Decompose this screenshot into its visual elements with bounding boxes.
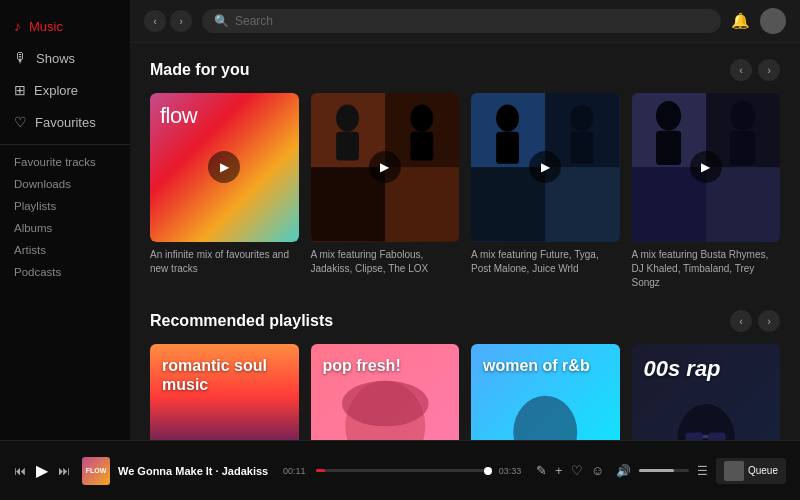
- player-controls: ⏮ ▶ ⏭: [14, 461, 70, 480]
- recommended-playlists-cards: romantic soul music pop fresh!: [150, 344, 780, 441]
- player-actions: ✎ + ♡ ☺: [536, 463, 604, 478]
- forward-button[interactable]: ›: [170, 10, 192, 32]
- recommended-playlists-title: Recommended playlists: [150, 312, 333, 330]
- sidebar-item-explore[interactable]: ⊞ Explore: [0, 74, 130, 106]
- playlist-00s-rap[interactable]: 00s rap: [632, 344, 781, 441]
- player-progress-area: 00:11 03:33: [280, 466, 524, 476]
- pl-00s-rap-label: 00s rap: [644, 356, 721, 382]
- flow-play-button[interactable]: ▶: [208, 151, 240, 183]
- search-input[interactable]: [235, 14, 709, 28]
- volume-fill: [639, 469, 674, 472]
- back-button[interactable]: ‹: [144, 10, 166, 32]
- svg-point-25: [730, 101, 755, 131]
- made-for-you-section: Made for you ‹ › flow ▶: [150, 59, 780, 290]
- mix2-card[interactable]: ▶ A mix featuring Future, Tyga, Post Mal…: [471, 93, 620, 290]
- nav-buttons: ‹ ›: [144, 10, 192, 32]
- recommended-prev[interactable]: ‹: [730, 310, 752, 332]
- svg-rect-15: [496, 132, 519, 164]
- sidebar-divider: [0, 144, 130, 145]
- sidebar-item-music[interactable]: ♪ Music: [0, 10, 130, 42]
- like-button[interactable]: ♡: [571, 463, 583, 478]
- recommended-playlists-section: Recommended playlists ‹ ›: [150, 310, 780, 441]
- recommended-playlists-header: Recommended playlists ‹ ›: [150, 310, 780, 332]
- play-button[interactable]: ▶: [36, 461, 48, 480]
- made-for-you-next[interactable]: ›: [758, 59, 780, 81]
- mix2-card-desc: A mix featuring Future, Tyga, Post Malon…: [471, 248, 620, 276]
- player-time-total: 03:33: [496, 466, 524, 476]
- svg-point-33: [341, 381, 428, 427]
- header: ‹ › 🔍 🔔: [130, 0, 800, 43]
- mix1-play-button[interactable]: ▶: [369, 151, 401, 183]
- edit-button[interactable]: ✎: [536, 463, 547, 478]
- svg-rect-39: [708, 433, 725, 440]
- mix1-image: ▶: [311, 93, 460, 242]
- pl-romantic-label: romantic soul music: [162, 356, 299, 394]
- recommended-next[interactable]: ›: [758, 310, 780, 332]
- svg-rect-26: [730, 131, 755, 165]
- playlist-romantic[interactable]: romantic soul music: [150, 344, 299, 441]
- player-time-current: 00:11: [280, 466, 308, 476]
- volume-bar[interactable]: [639, 469, 689, 472]
- mix2-play-button[interactable]: ▶: [529, 151, 561, 183]
- flow-card[interactable]: flow ▶ An infinite mix of favourites and…: [150, 93, 299, 290]
- queue-thumbnail: [724, 461, 744, 481]
- sidebar-sub-favourite-tracks[interactable]: Favourite tracks: [0, 151, 130, 173]
- made-for-you-cards: flow ▶ An infinite mix of favourites and…: [150, 93, 780, 290]
- mix3-card[interactable]: ▶ A mix featuring Busta Rhymes, DJ Khale…: [632, 93, 781, 290]
- made-for-you-header: Made for you ‹ ›: [150, 59, 780, 81]
- svg-point-7: [410, 104, 433, 131]
- bell-icon[interactable]: 🔔: [731, 12, 750, 30]
- svg-rect-8: [410, 132, 433, 161]
- svg-rect-17: [570, 132, 593, 164]
- volume-icon[interactable]: 🔊: [616, 464, 631, 478]
- progress-bar[interactable]: [316, 469, 488, 472]
- mix3-card-desc: A mix featuring Busta Rhymes, DJ Khaled,…: [632, 248, 781, 290]
- sidebar-sub-podcasts[interactable]: Podcasts: [0, 261, 130, 283]
- made-for-you-prev[interactable]: ‹: [730, 59, 752, 81]
- queue-button[interactable]: Queue: [716, 458, 786, 484]
- sidebar-sub-playlists[interactable]: Playlists: [0, 195, 130, 217]
- sidebar-sub-albums[interactable]: Albums: [0, 217, 130, 239]
- svg-point-34: [513, 396, 577, 440]
- flow-label: flow: [160, 103, 197, 129]
- list-icon[interactable]: ☰: [697, 464, 708, 478]
- search-bar[interactable]: 🔍: [202, 9, 721, 33]
- playlist-pop[interactable]: pop fresh!: [311, 344, 460, 441]
- mix3-play-button[interactable]: ▶: [690, 151, 722, 183]
- shows-icon: 🎙: [14, 50, 28, 66]
- player-track-info: We Gonna Make It · Jadakiss: [118, 465, 268, 477]
- svg-rect-24: [655, 131, 680, 165]
- recommended-playlists-nav: ‹ ›: [730, 310, 780, 332]
- progress-dot: [484, 467, 492, 475]
- sidebar-item-shows[interactable]: 🎙 Shows: [0, 42, 130, 74]
- emoji-button[interactable]: ☺: [591, 463, 604, 478]
- progress-bar-fill: [316, 469, 325, 472]
- player-track-name: We Gonna Make It · Jadakiss: [118, 465, 268, 477]
- sidebar-sub-artists[interactable]: Artists: [0, 239, 130, 261]
- mix3-image: ▶: [632, 93, 781, 242]
- svg-point-5: [336, 104, 359, 131]
- sidebar-item-favourites[interactable]: ♡ Favourites: [0, 106, 130, 138]
- music-icon: ♪: [14, 18, 21, 34]
- sidebar: ♪ Music 🎙 Shows ⊞ Explore ♡ Favourites F…: [0, 0, 130, 440]
- add-button[interactable]: +: [555, 463, 563, 478]
- avatar[interactable]: [760, 8, 786, 34]
- player-thumbnail: FLOW: [82, 457, 110, 485]
- playlist-women-rnb[interactable]: women of r&b: [471, 344, 620, 441]
- mix2-image: ▶: [471, 93, 620, 242]
- mix1-card[interactable]: ▶ A mix featuring Fabolous, Jadakiss, Cl…: [311, 93, 460, 290]
- prev-button[interactable]: ⏮: [14, 464, 26, 478]
- svg-rect-6: [336, 132, 359, 161]
- player-right: 🔊 ☰ Queue: [616, 458, 786, 484]
- svg-point-23: [655, 101, 680, 131]
- mix1-card-desc: A mix featuring Fabolous, Jadakiss, Clip…: [311, 248, 460, 276]
- pl-pop-label: pop fresh!: [323, 356, 401, 375]
- flow-card-desc: An infinite mix of favourites and new tr…: [150, 248, 299, 276]
- header-right: 🔔: [731, 8, 786, 34]
- player: ⏮ ▶ ⏭ FLOW We Gonna Make It · Jadakiss 0…: [0, 440, 800, 500]
- sidebar-sub-downloads[interactable]: Downloads: [0, 173, 130, 195]
- heart-nav-icon: ♡: [14, 114, 27, 130]
- explore-icon: ⊞: [14, 82, 26, 98]
- svg-rect-40: [702, 435, 708, 438]
- next-button[interactable]: ⏭: [58, 464, 70, 478]
